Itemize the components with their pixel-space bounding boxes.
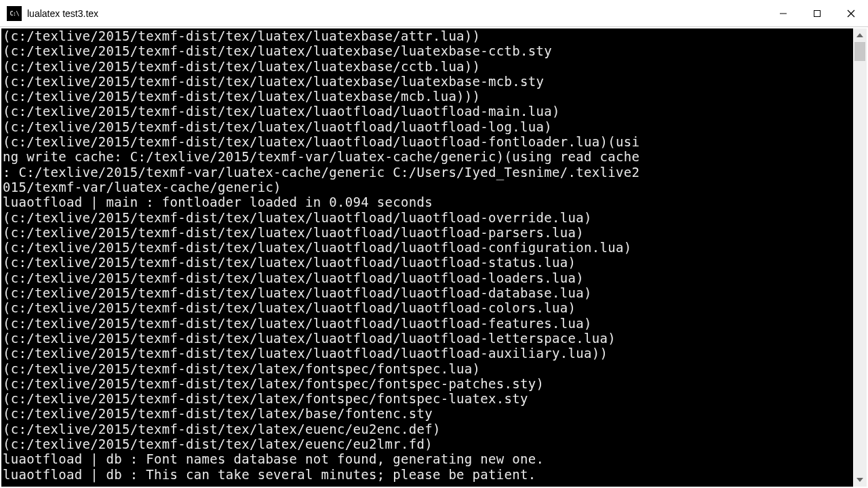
console-output[interactable]: (c:/texlive/2015/texmf-dist/tex/luatex/l… xyxy=(1,28,853,487)
console-line: (c:/texlive/2015/texmf-dist/tex/latex/fo… xyxy=(3,376,853,391)
window-title: lualatex test3.tex xyxy=(27,8,98,19)
scrollbar[interactable] xyxy=(853,28,867,487)
console-line: ng write cache: C:/texlive/2015/texmf-va… xyxy=(3,149,853,164)
console-line: (c:/texlive/2015/texmf-dist/tex/luatex/l… xyxy=(3,225,853,240)
console-line: (c:/texlive/2015/texmf-dist/tex/luatex/l… xyxy=(3,240,853,255)
console-line: (c:/texlive/2015/texmf-dist/tex/luatex/l… xyxy=(3,285,853,300)
console-line: luaotfload | db : Font names database no… xyxy=(3,451,853,466)
console-line: luaotfload | main : fontloader loaded in… xyxy=(3,195,853,209)
chevron-up-icon xyxy=(856,33,863,37)
chevron-down-icon xyxy=(856,478,863,482)
app-icon: C:\ xyxy=(7,6,22,21)
console-area: (c:/texlive/2015/texmf-dist/tex/luatex/l… xyxy=(0,27,868,488)
console-line: (c:/texlive/2015/texmf-dist/tex/latex/eu… xyxy=(3,422,853,436)
console-line: 015/texmf-var/luatex-cache/generic) xyxy=(3,180,853,195)
scroll-track[interactable] xyxy=(853,42,867,473)
console-line: (c:/texlive/2015/texmf-dist/tex/luatex/l… xyxy=(3,74,853,89)
console-line: (c:/texlive/2015/texmf-dist/tex/luatex/l… xyxy=(3,270,853,285)
maximize-icon xyxy=(813,9,821,18)
maximize-button[interactable] xyxy=(800,0,834,26)
scroll-up-arrow[interactable] xyxy=(853,28,867,42)
scroll-thumb[interactable] xyxy=(854,42,865,61)
console-line: luaotfload | db : This can take several … xyxy=(3,467,853,482)
console-line: (c:/texlive/2015/texmf-dist/tex/latex/ba… xyxy=(3,406,853,421)
svg-marker-5 xyxy=(856,478,863,482)
console-line: (c:/texlive/2015/texmf-dist/tex/latex/fo… xyxy=(3,391,853,406)
console-line: (c:/texlive/2015/texmf-dist/tex/luatex/l… xyxy=(3,43,853,58)
minimize-button[interactable] xyxy=(766,0,800,26)
console-line: (c:/texlive/2015/texmf-dist/tex/luatex/l… xyxy=(3,346,853,361)
console-line: (c:/texlive/2015/texmf-dist/tex/latex/fo… xyxy=(3,361,853,376)
console-line: (c:/texlive/2015/texmf-dist/tex/luatex/l… xyxy=(3,28,853,43)
console-line: (c:/texlive/2015/texmf-dist/tex/luatex/l… xyxy=(3,134,853,149)
console-line: (c:/texlive/2015/texmf-dist/tex/luatex/l… xyxy=(3,59,853,74)
svg-marker-4 xyxy=(856,33,863,37)
console-line: (c:/texlive/2015/texmf-dist/tex/luatex/l… xyxy=(3,331,853,346)
close-button[interactable] xyxy=(834,0,868,26)
console-line: (c:/texlive/2015/texmf-dist/tex/luatex/l… xyxy=(3,119,853,134)
console-line: (c:/texlive/2015/texmf-dist/tex/luatex/l… xyxy=(3,300,853,315)
console-line: (c:/texlive/2015/texmf-dist/tex/luatex/l… xyxy=(3,104,853,119)
console-line: (c:/texlive/2015/texmf-dist/tex/luatex/l… xyxy=(3,255,853,270)
titlebar-controls xyxy=(766,0,868,26)
console-line: : C:/texlive/2015/texmf-var/luatex-cache… xyxy=(3,165,853,180)
console-line: (c:/texlive/2015/texmf-dist/tex/latex/eu… xyxy=(3,436,853,451)
console-line: (c:/texlive/2015/texmf-dist/tex/luatex/l… xyxy=(3,316,853,331)
minimize-icon xyxy=(779,9,787,18)
titlebar[interactable]: C:\ lualatex test3.tex xyxy=(0,0,868,27)
svg-rect-1 xyxy=(814,10,821,16)
close-icon xyxy=(847,9,855,18)
console-line: (c:/texlive/2015/texmf-dist/tex/luatex/l… xyxy=(3,210,853,225)
scroll-down-arrow[interactable] xyxy=(853,473,867,487)
console-line: (c:/texlive/2015/texmf-dist/tex/luatex/l… xyxy=(3,89,853,104)
